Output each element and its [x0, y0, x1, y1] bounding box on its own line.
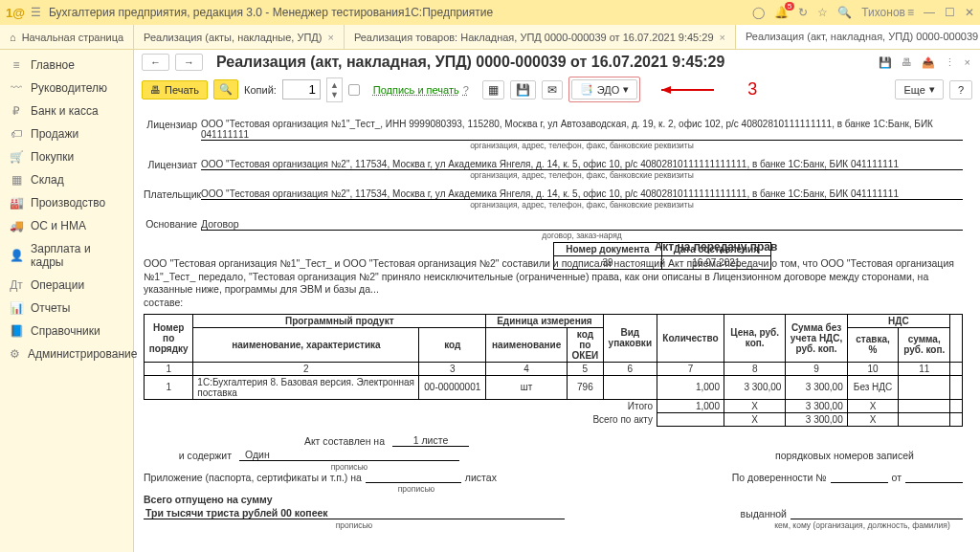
- home-tab[interactable]: ⌂ Начальная страница: [0, 25, 134, 49]
- star-icon[interactable]: ☆: [817, 6, 828, 19]
- table-icon[interactable]: ▦: [482, 80, 504, 99]
- from-label: от: [892, 472, 902, 483]
- tag-icon: 🏷: [10, 127, 23, 141]
- minimize-icon[interactable]: —: [924, 6, 935, 19]
- report-icon: 📊: [10, 301, 23, 315]
- user-menu[interactable]: Тихонов ≡: [861, 6, 914, 19]
- sign-print-link[interactable]: Подпись и печать ?: [366, 81, 477, 99]
- copies-input[interactable]: [282, 79, 321, 99]
- user-name: Тихонов: [861, 6, 905, 19]
- tab-label: Реализация (акты, накладные, УПД): [144, 32, 322, 43]
- licensor-label: Лицензиар: [144, 112, 201, 141]
- sidebar-item-label: Покупки: [31, 150, 74, 164]
- print-button[interactable]: 🖶 Печать: [142, 80, 208, 99]
- contains-label: и содержит: [144, 450, 239, 461]
- save-icon[interactable]: 💾: [877, 55, 894, 71]
- forward-button[interactable]: →: [175, 54, 203, 71]
- print-button-label: Печать: [165, 84, 199, 96]
- menu-icon[interactable]: ☰: [31, 6, 41, 19]
- sidebar-item-main[interactable]: ≡Главное: [0, 54, 133, 77]
- home-icon: ⌂: [10, 32, 16, 43]
- licensee-label: Лицензиат: [144, 152, 201, 170]
- sidebar-item-assets[interactable]: 🚚ОС и НМА: [0, 214, 133, 237]
- cart-icon: 🛒: [10, 150, 23, 164]
- sublabel-propisyu: прописью: [239, 462, 459, 472]
- sublabel-propisyu2: прописью: [368, 484, 464, 494]
- preview-button[interactable]: 🔍: [213, 79, 238, 99]
- contains-suffix: порядковых номеров записей: [775, 450, 914, 461]
- tab-list[interactable]: Реализация (акты, накладные, УПД)×: [134, 25, 345, 49]
- proxy-label: По доверенности №: [732, 472, 827, 483]
- more-button[interactable]: Еще ▾: [895, 79, 943, 99]
- sidebar-item-label: Производство: [31, 196, 105, 210]
- total-words: Три тысячи триста рублей 00 копеек: [144, 507, 565, 519]
- basis-value: Договор: [201, 211, 963, 231]
- tab-label: Реализация (акт, накладная, УПД) 0000-00…: [746, 31, 980, 42]
- sidebar-item-label: Продажи: [31, 127, 78, 141]
- sidebar-item-sales[interactable]: 🏷Продажи: [0, 122, 133, 145]
- sidebar-item-admin[interactable]: ⚙Администрирование: [0, 342, 133, 365]
- sidebar-item-production[interactable]: 🏭Производство: [0, 191, 133, 214]
- sublabel-propisyu3: прописью: [144, 520, 565, 530]
- close-icon[interactable]: ✕: [965, 6, 974, 19]
- bell-badge: 5: [785, 2, 794, 11]
- basis-sublabel: договор, заказ-наряд: [201, 231, 963, 240]
- edo-button[interactable]: 📑 ЭДО ▾: [571, 79, 638, 99]
- book-icon: 📘: [10, 324, 23, 338]
- kebab-icon[interactable]: ⋮: [943, 55, 957, 71]
- back-button[interactable]: ←: [142, 54, 169, 71]
- sheets-value: 1 листе: [392, 434, 469, 447]
- annotation-number: 3: [747, 79, 757, 99]
- contains-value: Один: [239, 449, 459, 461]
- spinner-buttons[interactable]: ▲▼: [326, 77, 343, 102]
- factory-icon: 🏭: [10, 196, 23, 210]
- products-table: Номер по порядку Программный продукт Еди…: [144, 314, 963, 427]
- action-toolbar: 🖶 Печать 🔍 Копий: ▲▼ Подпись и печать ? …: [134, 73, 980, 106]
- document-area[interactable]: ЛицензиарООО "Тестовая организация №1"_Т…: [134, 106, 980, 552]
- sidebar-item-reports[interactable]: 📊Отчеты: [0, 297, 133, 320]
- tab-close-icon[interactable]: ×: [720, 32, 725, 43]
- attachment-unit: листах: [465, 472, 497, 483]
- page-title: Реализация (акт, накладная, УПД) 0000-00…: [216, 54, 724, 71]
- svg-marker-1: [661, 86, 671, 94]
- export-icon[interactable]: 📤: [920, 55, 937, 71]
- home-tab-label: Начальная страница: [22, 32, 123, 43]
- close-page-icon[interactable]: ×: [963, 55, 972, 71]
- print-icon[interactable]: 🖶: [900, 55, 914, 71]
- sidebar-item-manager[interactable]: 〰Руководителю: [0, 77, 133, 99]
- sidebar-item-warehouse[interactable]: ▦Склад: [0, 168, 133, 191]
- licensee-value: ООО "Тестовая организация №2", 117534, М…: [201, 152, 963, 170]
- help-button[interactable]: ?: [949, 80, 972, 99]
- issued-label: выданной: [741, 508, 787, 519]
- circle-icon[interactable]: ◯: [752, 6, 765, 19]
- sidebar-item-salary[interactable]: 👤Зарплата и кадры: [0, 237, 133, 274]
- sign-checkbox[interactable]: [348, 84, 360, 96]
- sidebar-item-bank[interactable]: ₽Банк и касса: [0, 99, 133, 122]
- payer-value: ООО "Тестовая организация №2", 117534, М…: [201, 182, 963, 200]
- mail-icon[interactable]: ✉: [542, 80, 563, 99]
- history-icon[interactable]: ↻: [798, 6, 808, 19]
- tabs-row: ⌂ Начальная страница Реализация (акты, н…: [0, 25, 980, 50]
- disk-icon[interactable]: 💾: [510, 80, 536, 99]
- app-title: Бухгалтерия предприятия, редакция 3.0 - …: [49, 6, 752, 19]
- sidebar-item-label: Справочники: [31, 324, 100, 338]
- sidebar-item-directories[interactable]: 📘Справочники: [0, 320, 133, 342]
- sidebar-item-label: Руководителю: [31, 81, 107, 95]
- chart-icon: 〰: [10, 81, 23, 95]
- maximize-icon[interactable]: ☐: [945, 6, 955, 19]
- total-released-label: Всего отпущено на сумму: [144, 494, 273, 505]
- search-icon[interactable]: 🔍: [837, 6, 852, 19]
- tab-act[interactable]: Реализация (акт, накладная, УПД) 0000-00…: [736, 25, 980, 49]
- sidebar-item-label: Администрирование: [28, 347, 137, 361]
- sidebar-item-operations[interactable]: ДтОперации: [0, 274, 133, 297]
- sidebar: ≡Главное 〰Руководителю ₽Банк и касса 🏷Пр…: [0, 50, 134, 552]
- table-row: 1 1С:Бухгалтерия 8. Базовая версия. Элек…: [145, 375, 963, 399]
- sidebar-item-purchases[interactable]: 🛒Покупки: [0, 145, 133, 168]
- sidebar-item-label: Зарплата и кадры: [31, 242, 123, 269]
- person-icon: 👤: [10, 249, 23, 262]
- tab-invoice[interactable]: Реализация товаров: Накладная, УПД 0000-…: [345, 25, 736, 49]
- sidebar-item-label: Склад: [31, 173, 64, 187]
- bell-icon[interactable]: 🔔5: [774, 6, 789, 19]
- tab-close-icon[interactable]: ×: [327, 32, 333, 43]
- footer-hint: кем, кому (организация, должность, фамил…: [762, 520, 963, 530]
